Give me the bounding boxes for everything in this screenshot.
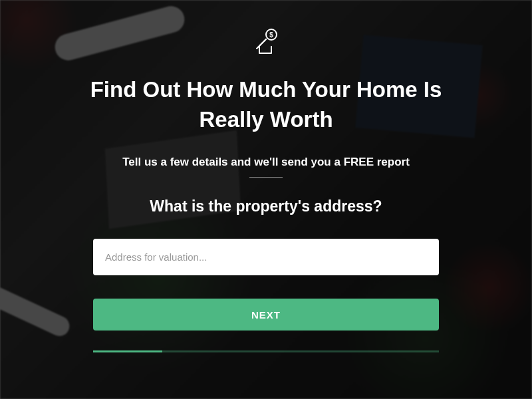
form-question: What is the property's address? <box>150 198 382 215</box>
progress-bar <box>93 350 439 352</box>
divider <box>249 177 283 178</box>
next-button[interactable]: NEXT <box>93 299 439 331</box>
header-icon-container: $ <box>251 27 281 59</box>
progress-fill <box>93 350 162 352</box>
address-input[interactable] <box>93 239 439 275</box>
page-subtitle: Tell us a few details and we'll send you… <box>122 156 410 169</box>
svg-text:$: $ <box>269 31 273 39</box>
main-content: $ Find Out How Much Your Home Is Really … <box>0 0 532 399</box>
home-value-icon: $ <box>251 27 281 56</box>
page-title: Find Out How Much Your Home Is Really Wo… <box>80 75 452 134</box>
